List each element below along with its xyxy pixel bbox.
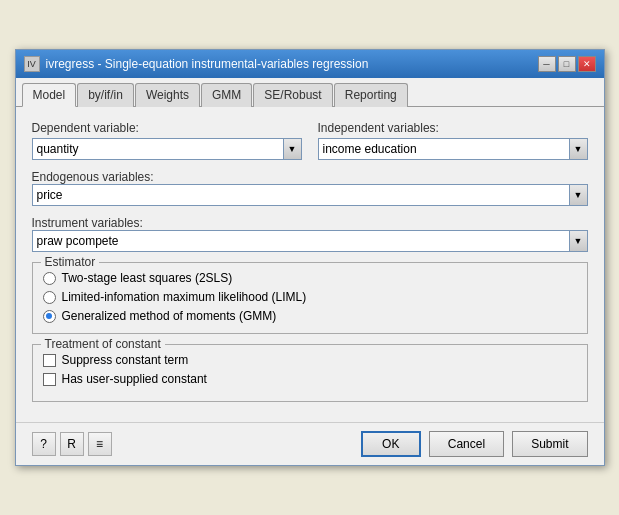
- tab-model[interactable]: Model: [22, 83, 77, 107]
- results-button[interactable]: R: [60, 432, 84, 456]
- estimator-groupbox: Estimator Two-stage least squares (2SLS)…: [32, 262, 588, 334]
- titlebar: IV ivregress - Single-equation instrumen…: [16, 50, 604, 78]
- radio-2sls-circle[interactable]: [43, 272, 56, 285]
- independent-dropdown-btn[interactable]: ▼: [569, 139, 587, 159]
- tab-byifin[interactable]: by/if/in: [77, 83, 134, 107]
- instrument-dropdown-btn[interactable]: ▼: [569, 231, 587, 251]
- instrument-input[interactable]: [33, 232, 569, 250]
- checkbox-suppress[interactable]: Suppress constant term: [43, 353, 577, 367]
- instrument-label: Instrument variables:: [32, 216, 143, 230]
- checkbox-user-supplied-label: Has user-supplied constant: [62, 372, 207, 386]
- independent-input[interactable]: [319, 140, 569, 158]
- tab-gmm[interactable]: GMM: [201, 83, 252, 107]
- endogenous-label: Endogenous variables:: [32, 170, 154, 184]
- dependent-dropdown-btn[interactable]: ▼: [283, 139, 301, 159]
- maximize-button[interactable]: □: [558, 56, 576, 72]
- tab-serobust[interactable]: SE/Robust: [253, 83, 332, 107]
- instrument-row: Instrument variables: ▼: [32, 216, 588, 252]
- endogenous-dropdown-btn[interactable]: ▼: [569, 185, 587, 205]
- endogenous-row: Endogenous variables: ▼: [32, 170, 588, 206]
- radio-gmm-label: Generalized method of moments (GMM): [62, 309, 277, 323]
- footer-icons: ? R ≡: [32, 432, 112, 456]
- radio-2sls[interactable]: Two-stage least squares (2SLS): [43, 271, 577, 285]
- independent-group: Independent variables: ▼: [318, 121, 588, 160]
- window-title: ivregress - Single-equation instrumental…: [46, 57, 369, 71]
- cancel-button[interactable]: Cancel: [429, 431, 504, 457]
- tab-content: Dependent variable: ▼ Independent variab…: [16, 107, 604, 422]
- main-window: IV ivregress - Single-equation instrumen…: [15, 49, 605, 466]
- ok-button[interactable]: OK: [361, 431, 421, 457]
- instrument-dropdown[interactable]: ▼: [32, 230, 588, 252]
- dependent-dropdown[interactable]: ▼: [32, 138, 302, 160]
- estimator-title: Estimator: [41, 255, 100, 269]
- close-button[interactable]: ✕: [578, 56, 596, 72]
- app-icon: IV: [24, 56, 40, 72]
- minimize-button[interactable]: ─: [538, 56, 556, 72]
- help-button[interactable]: ?: [32, 432, 56, 456]
- script-button[interactable]: ≡: [88, 432, 112, 456]
- tabs-bar: Model by/if/in Weights GMM SE/Robust Rep…: [16, 78, 604, 107]
- footer: ? R ≡ OK Cancel Submit: [16, 422, 604, 465]
- submit-button[interactable]: Submit: [512, 431, 587, 457]
- checkbox-suppress-label: Suppress constant term: [62, 353, 189, 367]
- checkbox-user-supplied-box[interactable]: [43, 373, 56, 386]
- radio-liml-circle[interactable]: [43, 291, 56, 304]
- window-controls: ─ □ ✕: [538, 56, 596, 72]
- tab-weights[interactable]: Weights: [135, 83, 200, 107]
- radio-gmm[interactable]: Generalized method of moments (GMM): [43, 309, 577, 323]
- radio-gmm-circle[interactable]: [43, 310, 56, 323]
- endogenous-dropdown[interactable]: ▼: [32, 184, 588, 206]
- checkbox-user-supplied[interactable]: Has user-supplied constant: [43, 372, 577, 386]
- independent-dropdown[interactable]: ▼: [318, 138, 588, 160]
- dependent-group: Dependent variable: ▼: [32, 121, 302, 160]
- dependent-input[interactable]: [33, 140, 283, 158]
- dependent-label: Dependent variable:: [32, 121, 302, 135]
- radio-2sls-label: Two-stage least squares (2SLS): [62, 271, 233, 285]
- independent-label: Independent variables:: [318, 121, 588, 135]
- constant-groupbox: Treatment of constant Suppress constant …: [32, 344, 588, 402]
- checkbox-suppress-box[interactable]: [43, 354, 56, 367]
- titlebar-left: IV ivregress - Single-equation instrumen…: [24, 56, 369, 72]
- footer-buttons: OK Cancel Submit: [361, 431, 588, 457]
- radio-liml[interactable]: Limited-infomation maximum likelihood (L…: [43, 290, 577, 304]
- tab-reporting[interactable]: Reporting: [334, 83, 408, 107]
- endogenous-input[interactable]: [33, 186, 569, 204]
- radio-liml-label: Limited-infomation maximum likelihood (L…: [62, 290, 307, 304]
- constant-title: Treatment of constant: [41, 337, 165, 351]
- dep-indep-row: Dependent variable: ▼ Independent variab…: [32, 121, 588, 160]
